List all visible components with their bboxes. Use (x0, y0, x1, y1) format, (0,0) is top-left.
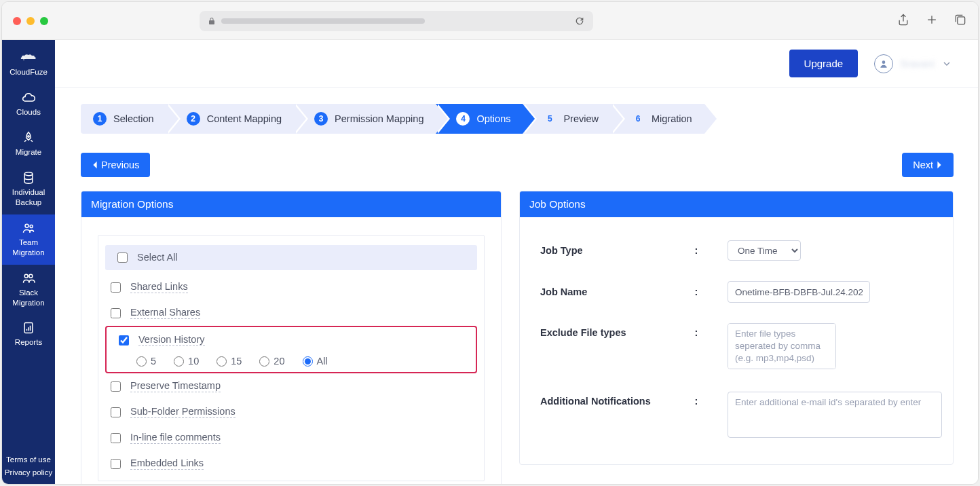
radio-20[interactable]: 20 (259, 356, 284, 367)
previous-label: Previous (101, 160, 139, 170)
step-label: Options (476, 113, 510, 124)
job-name-input[interactable] (728, 281, 870, 303)
option-version-history[interactable]: Version History (107, 327, 476, 353)
step-permission-mapping[interactable]: 3 Permission Mapping (294, 104, 436, 134)
preserve-timestamp-checkbox[interactable] (111, 381, 121, 392)
option-external-shares[interactable]: External Shares (98, 300, 484, 326)
avatar-icon (874, 54, 893, 73)
version-history-radios: 5 10 15 20 All (107, 353, 476, 372)
refresh-icon[interactable] (574, 16, 585, 26)
subfolder-permissions-checkbox[interactable] (111, 407, 121, 417)
option-inline-comments[interactable]: In-line file comments (98, 425, 484, 451)
separator: : (690, 323, 703, 338)
nav-row: Previous Next (81, 153, 954, 177)
option-subfolder-permissions[interactable]: Sub-Folder Permissions (98, 399, 484, 425)
migration-options-panel: Migration Options Select All Shared Link… (81, 191, 502, 484)
sidebar-item-label: Slack Migration (5, 288, 52, 308)
user-menu[interactable]: Sravani (874, 54, 952, 73)
step-number: 2 (187, 112, 200, 126)
user-name-label: Sravani (900, 58, 935, 69)
embedded-links-checkbox[interactable] (111, 459, 121, 469)
radio-15[interactable]: 15 (216, 356, 242, 367)
browser-window: CloudFuze Clouds Migrate Individual Back… (1, 1, 979, 485)
minimize-window-button[interactable] (26, 17, 35, 25)
report-icon (20, 321, 37, 335)
option-label: Shared Links (130, 281, 188, 293)
sidebar-item-team-migration[interactable]: Team Migration (2, 214, 55, 265)
step-label: Permission Mapping (335, 113, 423, 124)
svg-point-3 (30, 225, 33, 227)
option-preserve-timestamp[interactable]: Preserve Timestamp (98, 373, 484, 399)
sidebar-item-label: Reports (15, 337, 42, 348)
step-number: 4 (456, 112, 470, 126)
sidebar-item-label: Team Migration (5, 238, 52, 258)
sidebar-item-individual-backup[interactable]: Individual Backup (2, 164, 55, 214)
inline-comments-checkbox[interactable] (111, 433, 121, 443)
version-history-highlight: Version History 5 10 15 20 All (105, 326, 477, 373)
sidebar-item-migrate[interactable]: Migrate (2, 124, 55, 164)
rocket-icon (20, 131, 37, 145)
option-label: Embedded Links (130, 457, 204, 470)
options-list: Select All Shared Links External Shares (98, 235, 485, 481)
sidebar-footer: Terms of use Privacy policy (2, 453, 55, 484)
close-window-button[interactable] (13, 17, 21, 25)
option-label: Select All (137, 252, 178, 263)
radio-10[interactable]: 10 (174, 356, 199, 367)
chevron-right-icon (936, 160, 943, 170)
chevron-left-icon (92, 160, 98, 170)
main-area: Upgrade Sravani 1 Selection 2 (55, 40, 978, 484)
svg-rect-0 (958, 16, 965, 24)
radio-5[interactable]: 5 (136, 356, 156, 367)
lock-icon (208, 17, 216, 25)
team-icon (20, 221, 37, 235)
option-label: Version History (138, 334, 205, 346)
option-embedded-links[interactable]: Embedded Links (98, 451, 484, 481)
upgrade-button[interactable]: Upgrade (789, 50, 859, 77)
additional-notifications-input[interactable] (728, 392, 942, 438)
new-tab-icon[interactable] (925, 13, 939, 29)
svg-point-4 (24, 274, 28, 278)
app-body: CloudFuze Clouds Migrate Individual Back… (2, 40, 978, 484)
next-button[interactable]: Next (902, 153, 954, 177)
exclude-file-types-input[interactable] (728, 323, 836, 369)
step-selection[interactable]: 1 Selection (81, 104, 166, 134)
select-all-checkbox[interactable] (117, 253, 128, 263)
privacy-link[interactable]: Privacy policy (2, 466, 55, 479)
exclude-file-types-label: Exclude File types (540, 323, 690, 338)
sidebar-item-slack-migration[interactable]: Slack Migration (2, 265, 55, 315)
maximize-window-button[interactable] (40, 17, 48, 25)
separator: : (690, 392, 703, 407)
job-type-select[interactable]: One Time (728, 240, 801, 261)
job-options-grid: Job Type : One Time Job Name : (536, 235, 937, 447)
wizard-stepper: 1 Selection 2 Content Mapping 3 Permissi… (81, 104, 954, 134)
tabs-icon[interactable] (954, 13, 967, 29)
sidebar-item-reports[interactable]: Reports (2, 314, 55, 354)
address-placeholder (221, 18, 425, 24)
database-icon (20, 171, 37, 185)
next-label: Next (913, 160, 933, 170)
cloudfuze-logo-icon (20, 51, 37, 64)
external-shares-checkbox[interactable] (111, 308, 121, 318)
cloud-icon (20, 91, 37, 105)
step-content-mapping[interactable]: 2 Content Mapping (166, 104, 294, 134)
terms-link[interactable]: Terms of use (2, 453, 55, 466)
previous-button[interactable]: Previous (81, 153, 150, 177)
step-label: Preview (563, 113, 599, 124)
option-label: External Shares (130, 307, 200, 319)
sidebar: CloudFuze Clouds Migrate Individual Back… (2, 40, 55, 484)
step-label: Content Mapping (207, 113, 282, 124)
step-number: 5 (543, 112, 557, 126)
topbar: Upgrade Sravani (55, 40, 978, 88)
share-icon[interactable] (897, 13, 910, 29)
option-select-all[interactable]: Select All (105, 245, 477, 270)
radio-all[interactable]: All (303, 356, 328, 367)
address-bar[interactable] (200, 11, 593, 31)
sidebar-item-clouds[interactable]: Clouds (2, 84, 55, 124)
option-shared-links[interactable]: Shared Links (98, 274, 484, 300)
sidebar-brand-label: CloudFuze (10, 67, 48, 77)
svg-point-5 (29, 274, 33, 278)
version-history-checkbox[interactable] (119, 335, 129, 345)
shared-links-checkbox[interactable] (111, 282, 121, 293)
browser-chrome (2, 2, 978, 40)
sidebar-brand[interactable]: CloudFuze (2, 40, 55, 84)
